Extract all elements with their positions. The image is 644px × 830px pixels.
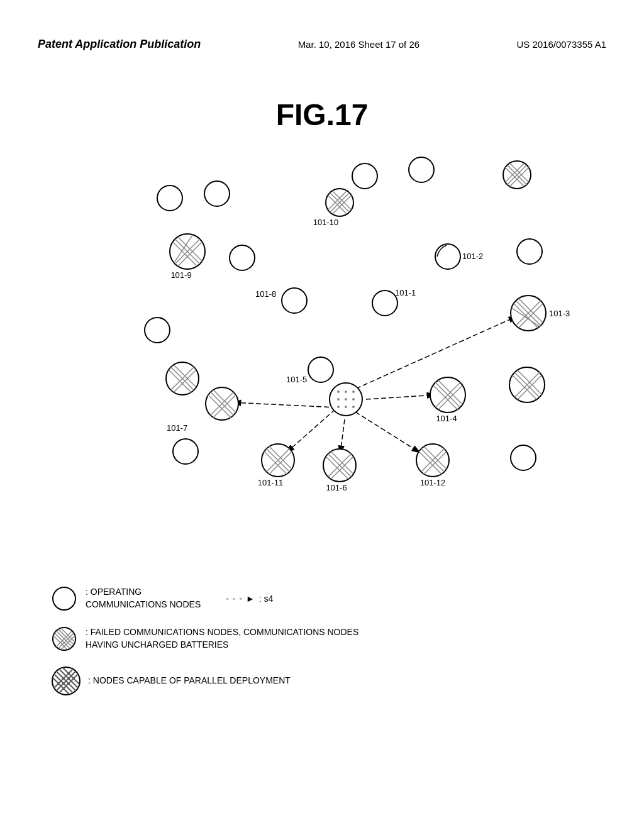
dot4 bbox=[337, 398, 340, 401]
legend-text-operating: : OPERATINGCOMMUNICATIONS NODES bbox=[86, 586, 201, 611]
node-plain-1 bbox=[352, 163, 377, 189]
dot8 bbox=[345, 406, 347, 408]
label-101-4: 101-4 bbox=[436, 414, 457, 423]
dot5 bbox=[345, 398, 347, 401]
label-101-7: 101-7 bbox=[167, 423, 187, 433]
node-plain-2 bbox=[409, 157, 434, 182]
node-plain-8 bbox=[173, 439, 198, 464]
node-plain-5 bbox=[230, 245, 255, 270]
node-101-1 bbox=[372, 290, 397, 316]
node-101-2 bbox=[435, 244, 460, 269]
label-101-6: 101-6 bbox=[326, 483, 347, 492]
label-101-8: 101-8 bbox=[255, 289, 276, 299]
label-101-1: 101-1 bbox=[395, 288, 416, 297]
legend-text-parallel: : NODES CAPABLE OF PARALLEL DEPLOYMENT bbox=[88, 675, 291, 687]
legend-arrow-row: - - - ► : s4 bbox=[226, 594, 273, 604]
network-diagram: 101-10 101-9 101-2 bbox=[31, 132, 610, 560]
legend-item-parallel: : NODES CAPABLE OF PARALLEL DEPLOYMENT bbox=[50, 665, 591, 697]
header: Patent Application Publication Mar. 10, … bbox=[0, 38, 644, 51]
legend-arrow-label: : s4 bbox=[259, 594, 274, 604]
legend-item-operating: : OPERATINGCOMMUNICATIONS NODES - - - ► … bbox=[50, 585, 591, 612]
node-plain-3 bbox=[157, 185, 182, 211]
arrow-to-101-12 bbox=[355, 412, 420, 453]
arrow-to-101-7 bbox=[233, 402, 336, 407]
node-plain-7 bbox=[145, 318, 170, 343]
node-101-5 bbox=[308, 357, 333, 382]
node-101-8 bbox=[282, 288, 307, 313]
dot3 bbox=[352, 390, 355, 393]
dot9 bbox=[352, 406, 355, 408]
label-101-9: 101-9 bbox=[170, 270, 191, 280]
sheet-info: Mar. 10, 2016 Sheet 17 of 26 bbox=[298, 39, 419, 50]
legend-icon-hatched bbox=[50, 625, 78, 653]
page-container: Patent Application Publication Mar. 10, … bbox=[0, 0, 644, 830]
legend-text-failed: : FAILED COMMUNICATIONS NODES, COMMUNICA… bbox=[86, 626, 358, 651]
arrow-to-101-11 bbox=[286, 409, 335, 453]
node-plain-4 bbox=[204, 181, 230, 206]
arrow-to-101-3 bbox=[356, 316, 517, 389]
label-101-3: 101-3 bbox=[549, 309, 570, 318]
label-101-12: 101-12 bbox=[420, 478, 445, 487]
figure-title: FIG.17 bbox=[276, 97, 369, 132]
node-plain-9 bbox=[511, 445, 536, 470]
diagram-svg: 101-10 101-9 101-2 bbox=[31, 132, 610, 560]
label-101-10: 101-10 bbox=[313, 218, 338, 227]
patent-number: US 2016/0073355 A1 bbox=[516, 39, 606, 50]
dot1 bbox=[337, 390, 340, 393]
label-101-2: 101-2 bbox=[462, 252, 483, 261]
svg-point-71 bbox=[53, 587, 75, 610]
legend: : OPERATINGCOMMUNICATIONS NODES - - - ► … bbox=[50, 585, 591, 709]
legend-icon-plain bbox=[50, 585, 78, 612]
node-plain-6 bbox=[517, 239, 542, 264]
arrow-to-101-4 bbox=[366, 395, 435, 399]
legend-icon-parallel bbox=[50, 665, 82, 697]
label-101-5: 101-5 bbox=[286, 375, 307, 384]
legend-arrow-dashes: - - - ► bbox=[226, 594, 255, 604]
dot7 bbox=[337, 406, 340, 408]
label-101-11: 101-11 bbox=[258, 478, 283, 487]
publication-title: Patent Application Publication bbox=[38, 38, 201, 51]
dot6 bbox=[352, 398, 355, 401]
dot2 bbox=[345, 390, 347, 393]
legend-item-failed: : FAILED COMMUNICATIONS NODES, COMMUNICA… bbox=[50, 625, 591, 653]
